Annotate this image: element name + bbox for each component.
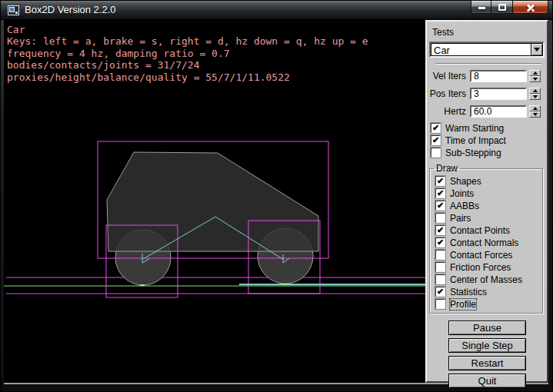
- checkbox-contact-normals[interactable]: ✔ Contact Normals: [435, 238, 542, 247]
- checkbox-center-of-masses[interactable]: Center of Masses: [435, 274, 542, 284]
- app-window: Box2D Version 2.2.0: [0, 0, 553, 392]
- tests-dropdown-arrow[interactable]: [531, 44, 542, 55]
- checkbox-statistics[interactable]: ✔ Statistics: [435, 287, 542, 297]
- arrow-down-icon: [533, 113, 538, 116]
- frequency-text: frequency = 4 hz, damping ratio = 0.7: [7, 48, 368, 59]
- time-of-impact-checkbox[interactable]: ✔: [431, 135, 441, 145]
- contact-forces-checkbox[interactable]: [435, 250, 445, 260]
- pos-iters-up-button[interactable]: [529, 88, 541, 94]
- minimize-button[interactable]: [471, 1, 491, 14]
- client-area: Car Keys: left = a, brake = s, right = d…: [4, 20, 548, 384]
- checkbox-shapes[interactable]: ✔ Shapes: [435, 176, 542, 186]
- bodies-stats-text: bodies/contacts/joints = 31/7/24: [7, 59, 368, 71]
- quit-button[interactable]: Quit: [448, 374, 526, 388]
- profile-label: Profile: [450, 299, 476, 310]
- checkbox-aabbs[interactable]: ✔ AABBs: [435, 201, 542, 211]
- hertz-row: Hertz: [427, 105, 547, 118]
- warm-starting-checkbox[interactable]: ✔: [431, 123, 441, 133]
- debug-text-overlay: Car Keys: left = a, brake = s, right = d…: [7, 24, 368, 83]
- pos-iters-down-button[interactable]: [529, 94, 541, 100]
- checkbox-contact-points[interactable]: ✔ Contact Points: [435, 225, 542, 235]
- vel-iters-label: Vel Iters: [427, 71, 470, 81]
- separator: [435, 63, 541, 65]
- vel-iters-down-button[interactable]: [529, 76, 541, 82]
- right-contact-point: [282, 284, 287, 285]
- pause-button[interactable]: Pause: [448, 321, 526, 335]
- time-of-impact-label: Time of Impact: [445, 135, 506, 146]
- car-chassis: [107, 152, 318, 251]
- sub-stepping-label: Sub-Stepping: [445, 148, 501, 158]
- action-buttons: Pause Single Step Restart Quit: [427, 321, 547, 388]
- tests-label: Tests: [432, 27, 547, 38]
- checkbox-pairs[interactable]: Pairs: [435, 213, 542, 223]
- checkbox-time-of-impact[interactable]: ✔ Time of Impact: [431, 135, 547, 145]
- arrow-up-icon: [533, 107, 538, 110]
- friction-forces-label: Friction Forces: [450, 262, 511, 273]
- maximize-button[interactable]: [491, 1, 513, 14]
- test-title-text: Car: [7, 24, 368, 35]
- minimize-icon: [478, 7, 485, 9]
- pairs-checkbox[interactable]: [435, 213, 445, 223]
- pos-iters-row: Pos Iters: [427, 88, 547, 100]
- hertz-stepper: [529, 105, 541, 118]
- app-icon-pane: [9, 7, 15, 12]
- friction-forces-checkbox[interactable]: [435, 262, 445, 272]
- single-step-button[interactable]: Single Step: [448, 338, 526, 353]
- warm-starting-label: Warm Starting: [445, 123, 504, 134]
- pos-iters-label: Pos Iters: [427, 88, 470, 99]
- checkbox-friction-forces[interactable]: Friction Forces: [435, 262, 542, 272]
- hertz-up-button[interactable]: [529, 105, 541, 111]
- contact-normals-label: Contact Normals: [450, 238, 518, 248]
- tests-dropdown-value: Car: [431, 44, 531, 55]
- vel-iters-stepper: [529, 70, 541, 82]
- aabbs-checkbox[interactable]: ✔: [435, 201, 445, 211]
- draw-group: Draw ✔ Shapes ✔ Joints ✔ AABBs Pairs: [429, 163, 543, 314]
- simulation-canvas[interactable]: Car Keys: left = a, brake = s, right = d…: [4, 20, 425, 383]
- keys-help-text: Keys: left = a, brake = s, right = d, hz…: [7, 35, 368, 47]
- checkbox-joints[interactable]: ✔ Joints: [435, 188, 542, 198]
- hertz-input[interactable]: [470, 105, 527, 118]
- pos-iters-input[interactable]: [470, 88, 527, 100]
- checkbox-contact-forces[interactable]: Contact Forces: [435, 250, 542, 260]
- checkbox-profile[interactable]: Profile: [435, 299, 542, 309]
- sub-stepping-checkbox[interactable]: [431, 148, 441, 158]
- control-panel: Tests Car Vel Iters Pos Iters: [425, 20, 548, 383]
- center-of-masses-checkbox[interactable]: [435, 274, 445, 284]
- restart-button[interactable]: Restart: [448, 356, 526, 370]
- profile-checkbox[interactable]: [435, 299, 445, 309]
- close-button[interactable]: [513, 1, 548, 14]
- pairs-label: Pairs: [450, 213, 471, 224]
- window-controls: [471, 1, 548, 14]
- proxies-stats-text: proxies/height/balance/quality = 55/7/1/…: [7, 71, 368, 83]
- joints-label: Joints: [450, 188, 474, 199]
- statistics-label: Statistics: [450, 287, 487, 297]
- contact-forces-label: Contact Forces: [450, 250, 512, 261]
- vel-iters-row: Vel Iters: [427, 70, 547, 82]
- contact-points-checkbox[interactable]: ✔: [435, 225, 445, 235]
- hertz-down-button[interactable]: [529, 111, 541, 118]
- maximize-icon: [498, 4, 506, 11]
- app-icon[interactable]: [8, 5, 19, 15]
- checkbox-sub-stepping[interactable]: Sub-Stepping: [431, 148, 547, 158]
- contact-normals-checkbox[interactable]: ✔: [435, 238, 445, 247]
- tests-dropdown[interactable]: Car: [429, 42, 545, 58]
- arrow-down-icon: [533, 78, 538, 81]
- pos-iters-stepper: [529, 88, 541, 100]
- checkbox-warm-starting[interactable]: ✔ Warm Starting: [431, 123, 547, 133]
- title-bar[interactable]: Box2D Version 2.2.0: [1, 1, 552, 20]
- chevron-down-icon: [534, 48, 540, 51]
- left-contact-point: [140, 284, 145, 286]
- statistics-checkbox[interactable]: ✔: [435, 287, 445, 297]
- arrow-up-icon: [533, 71, 538, 75]
- contact-points-label: Contact Points: [450, 225, 510, 236]
- center-of-masses-label: Center of Masses: [450, 274, 522, 285]
- shapes-checkbox[interactable]: ✔: [435, 176, 445, 186]
- joints-checkbox[interactable]: ✔: [435, 188, 445, 198]
- vel-iters-input[interactable]: [470, 70, 527, 82]
- vel-iters-up-button[interactable]: [529, 70, 541, 76]
- arrow-down-icon: [533, 95, 538, 98]
- app-icon-dot: [15, 12, 18, 14]
- tests-dropdown-field[interactable]: Car: [431, 43, 543, 56]
- window-title: Box2D Version 2.2.0: [25, 1, 116, 19]
- shapes-label: Shapes: [450, 176, 481, 187]
